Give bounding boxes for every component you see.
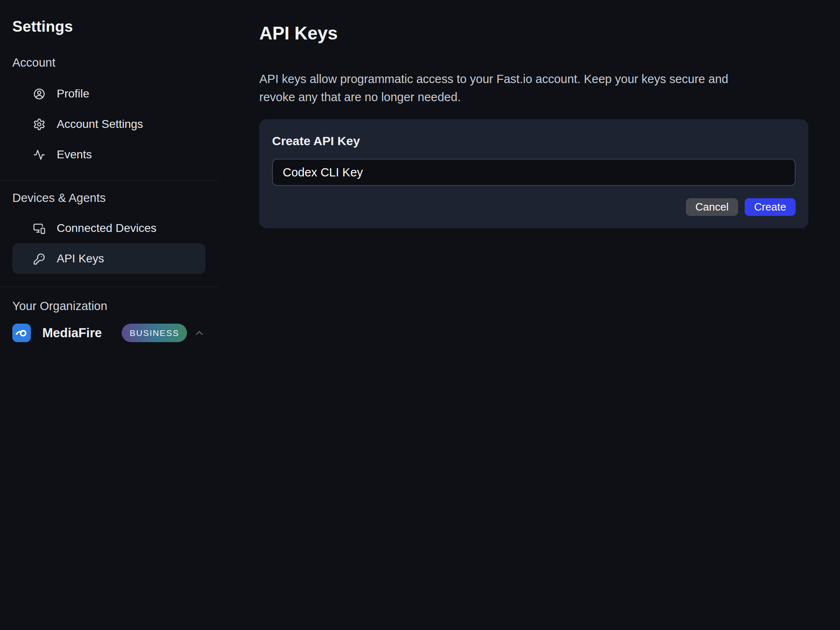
devices-nav: Connected Devices API Keys [12, 213, 205, 274]
sidebar-item-label: Events [57, 148, 92, 161]
activity-icon [33, 148, 46, 161]
divider [0, 181, 218, 181]
business-plan-badge: BUSINESS [122, 324, 187, 342]
api-key-name-input[interactable] [272, 159, 796, 186]
sidebar-item-profile[interactable]: Profile [12, 79, 205, 109]
page-description: API keys allow programmatic access to yo… [259, 70, 808, 106]
sidebar-item-label: API Keys [57, 252, 104, 265]
chevron-up-icon[interactable] [193, 327, 205, 339]
sidebar-item-account-settings[interactable]: Account Settings [12, 109, 205, 139]
card-actions: Cancel Create [272, 198, 796, 216]
section-label-account: Account [12, 56, 205, 69]
sidebar-item-label: Profile [57, 87, 89, 100]
create-api-key-title: Create API Key [272, 134, 796, 148]
create-api-key-card: Create API Key Cancel Create [259, 119, 808, 228]
monitor-smartphone-icon [33, 222, 46, 235]
key-icon [33, 252, 46, 265]
sidebar-item-connected-devices[interactable]: Connected Devices [12, 213, 205, 243]
cancel-button[interactable]: Cancel [686, 198, 738, 216]
sidebar-title: Settings [12, 18, 205, 35]
user-circle-icon [33, 88, 46, 100]
divider [0, 287, 218, 287]
sidebar-item-events[interactable]: Events [12, 139, 205, 170]
mediafire-logo [12, 324, 31, 342]
create-button[interactable]: Create [745, 198, 796, 216]
section-label-your-organization: Your Organization [12, 299, 205, 313]
sidebar-item-label: Connected Devices [57, 222, 157, 235]
page-title: API Keys [259, 23, 808, 44]
page-description-line2: revoke any that are no longer needed. [259, 88, 808, 106]
page-description-line1: API keys allow programmatic access to yo… [259, 70, 808, 88]
organization-name: MediaFire [42, 326, 102, 340]
sidebar: Settings Account Profile Account Setting… [0, 0, 218, 630]
organization-selector[interactable]: MediaFire BUSINESS [12, 324, 205, 342]
sidebar-item-label: Account Settings [57, 118, 143, 131]
section-label-devices-agents: Devices & Agents [12, 191, 205, 205]
gear-icon [33, 118, 46, 131]
main-content: API Keys API keys allow programmatic acc… [259, 0, 808, 228]
sidebar-item-api-keys[interactable]: API Keys [12, 243, 205, 274]
account-nav: Profile Account Settings Events [12, 79, 205, 170]
